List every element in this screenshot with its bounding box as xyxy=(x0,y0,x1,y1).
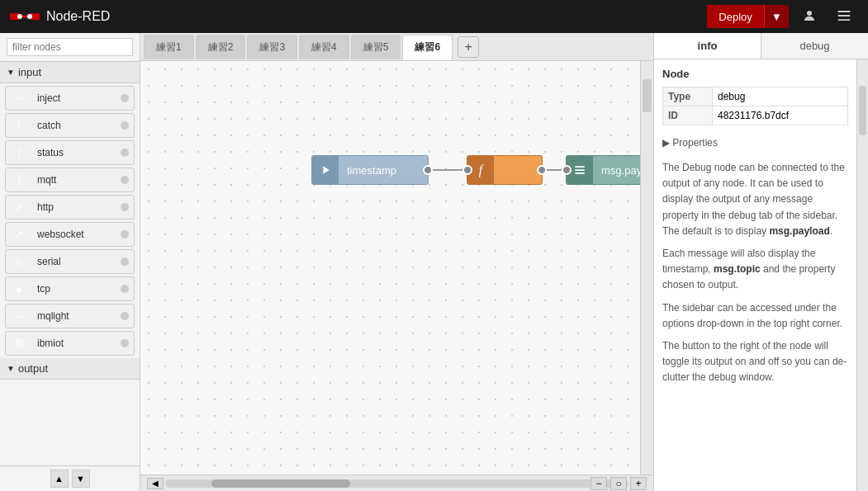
deploy-main-button[interactable]: Deploy xyxy=(707,5,763,28)
sidebar-scroll-up-button[interactable]: ▲ xyxy=(50,470,69,488)
http-label: http xyxy=(32,201,121,213)
debug-node-label: msg.payload xyxy=(593,164,640,177)
node-list: ▼ input → inject ! catch ! status ) mqtt xyxy=(0,62,140,465)
output-caret: ▼ xyxy=(7,364,15,373)
category-input[interactable]: ▼ input xyxy=(0,62,140,83)
zoom-out-button[interactable]: − xyxy=(591,477,607,490)
ibmiot-icon: ⚙ xyxy=(6,331,32,356)
info-id-label: ID xyxy=(663,106,713,125)
info-id-value: 48231176.b7dcf xyxy=(713,106,848,125)
tcp-icon: ◆ xyxy=(6,276,32,301)
websocket-icon: ↗ xyxy=(6,222,32,247)
info-type-value: debug xyxy=(713,87,848,106)
canvas-area: 練習1 練習2 練習3 練習4 練習5 練習6 + xyxy=(140,33,653,491)
catch-label: catch xyxy=(32,120,121,131)
svg-point-4 xyxy=(27,14,32,19)
right-tab-info[interactable]: info xyxy=(654,33,761,59)
tab-1[interactable]: 練習2 xyxy=(196,35,246,59)
tab-0[interactable]: 練習1 xyxy=(144,35,194,59)
info-id-row: ID 48231176.b7dcf xyxy=(663,106,848,125)
info-strong-1: msg.payload xyxy=(769,225,829,237)
function-node-port-left xyxy=(462,165,472,175)
flow-node-inject[interactable]: timestamp xyxy=(311,155,429,185)
right-panel-scrollbar[interactable] xyxy=(856,59,868,491)
info-description-2: Each message will also display the times… xyxy=(662,246,848,294)
node-item-mqtt[interactable]: ) mqtt xyxy=(5,168,135,192)
ibmiot-label: ibmiot xyxy=(32,338,121,349)
node-item-status[interactable]: ! status xyxy=(5,140,135,165)
node-item-inject[interactable]: → inject xyxy=(5,86,135,111)
node-item-serial[interactable]: ||| serial xyxy=(5,249,135,274)
sidebar-bottom: ▲ ▼ xyxy=(0,465,140,491)
canvas-scroll-thumb xyxy=(211,479,350,488)
mqlight-dot xyxy=(121,312,129,320)
canvas-horizontal-scrollbar[interactable] xyxy=(165,479,628,488)
deploy-button-group: Deploy ▼ xyxy=(707,5,789,28)
node-item-catch[interactable]: ! catch xyxy=(5,113,135,138)
debug-node-port-left xyxy=(562,165,572,175)
serial-dot xyxy=(121,257,129,266)
logo-icon xyxy=(10,7,40,26)
inject-label: inject xyxy=(32,92,121,104)
header-right: Deploy ▼ xyxy=(707,5,858,29)
category-input-label: input xyxy=(18,66,41,78)
info-description-4: The button to the right of the node will… xyxy=(662,338,848,386)
node-red-logo xyxy=(10,7,40,26)
info-node-section-title: Node xyxy=(662,68,848,80)
svg-rect-9 xyxy=(575,166,585,168)
right-panel: info debug Node Type debug ID 48231176.b… xyxy=(653,33,868,491)
tab-5[interactable]: 練習6 xyxy=(402,35,453,60)
right-tab-debug[interactable]: debug xyxy=(761,33,868,59)
node-item-websocket[interactable]: ↗ websocket xyxy=(5,222,135,247)
header: Node-RED Deploy ▼ xyxy=(0,0,868,33)
sidebar: ▼ input → inject ! catch ! status ) mqtt xyxy=(0,33,140,491)
category-caret: ▼ xyxy=(7,68,15,77)
websocket-dot xyxy=(121,230,129,238)
filter-nodes-input[interactable] xyxy=(7,38,133,56)
http-dot xyxy=(121,203,129,211)
node-item-tcp[interactable]: ◆ tcp xyxy=(5,276,135,301)
mqtt-dot xyxy=(121,176,129,184)
inject-node-icon xyxy=(312,155,339,185)
inject-node-label: timestamp xyxy=(339,164,405,177)
canvas-vertical-scrollbar[interactable] xyxy=(640,61,653,474)
http-icon: ↗ xyxy=(6,195,32,220)
tab-2[interactable]: 練習3 xyxy=(247,35,297,59)
menu-icon-button[interactable] xyxy=(830,5,858,29)
mqtt-icon: ) xyxy=(6,168,32,192)
function-node-port-right xyxy=(537,165,547,175)
info-properties-toggle[interactable]: Properties xyxy=(662,134,848,152)
tabs-bar: 練習1 練習2 練習3 練習4 練習5 練習6 + xyxy=(140,33,653,61)
flow-node-function[interactable]: f xyxy=(467,155,543,185)
tab-3[interactable]: 練習4 xyxy=(299,35,349,59)
svg-rect-6 xyxy=(838,11,851,12)
deploy-caret-button[interactable]: ▼ xyxy=(764,5,789,28)
info-type-label: Type xyxy=(663,87,713,106)
catch-icon: ! xyxy=(6,113,32,138)
serial-icon: ||| xyxy=(6,249,32,274)
flow-node-debug[interactable]: msg.payload ≡ xyxy=(566,155,640,185)
node-item-ibmiot[interactable]: ⚙ ibmiot xyxy=(5,331,135,356)
mqlight-icon: ↔ xyxy=(6,304,32,328)
svg-rect-8 xyxy=(838,19,851,21)
zoom-reset-button[interactable]: ○ xyxy=(610,477,627,490)
zoom-in-button[interactable]: + xyxy=(630,477,647,490)
tcp-dot xyxy=(121,285,129,293)
header-left: Node-RED xyxy=(10,7,110,26)
category-output-label: output xyxy=(18,362,48,375)
user-icon-button[interactable] xyxy=(795,5,823,29)
serial-label: serial xyxy=(32,256,121,267)
flow-canvas[interactable]: timestamp f msg.payload xyxy=(140,61,640,474)
status-icon: ! xyxy=(6,140,32,165)
svg-rect-11 xyxy=(575,172,585,174)
add-tab-button[interactable]: + xyxy=(458,36,479,58)
sidebar-scroll-down-button[interactable]: ▼ xyxy=(72,470,90,488)
info-strong-2: msg.topic xyxy=(714,263,761,275)
canvas-scroll-left-button[interactable]: ◀ xyxy=(147,478,164,489)
category-output[interactable]: ▼ output xyxy=(0,358,140,380)
info-node-table: Type debug ID 48231176.b7dcf xyxy=(662,87,848,125)
tab-4[interactable]: 練習5 xyxy=(351,35,401,59)
node-item-http[interactable]: ↗ http xyxy=(5,195,135,220)
status-dot xyxy=(121,149,129,157)
node-item-mqlight[interactable]: ↔ mqlight xyxy=(5,304,135,328)
